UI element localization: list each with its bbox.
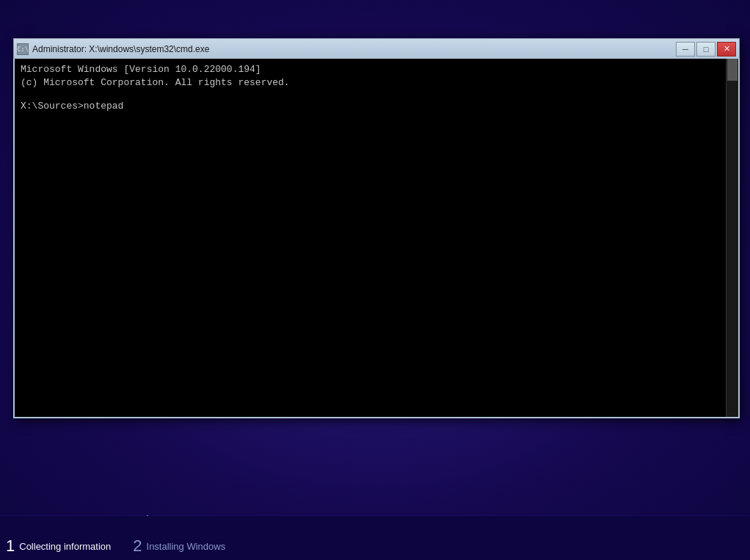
cmd-output: Microsoft Windows [Version 10.0.22000.19… — [21, 63, 732, 114]
step-2-label: Installing Windows — [147, 541, 226, 552]
cmd-window: C:\ Administrator: X:\windows\system32\c… — [13, 38, 740, 418]
step-2: 2 Installing Windows — [133, 538, 225, 554]
window-title: Administrator: X:\windows\system32\cmd.e… — [32, 44, 209, 54]
cmd-line-1: Microsoft Windows [Version 10.0.22000.19… — [21, 63, 732, 76]
window-controls: ─ □ ✕ — [676, 42, 736, 57]
cmd-app-icon: C:\ — [17, 43, 29, 55]
close-button[interactable]: ✕ — [717, 42, 736, 57]
step-1: 1 Collecting information — [6, 538, 111, 554]
minimize-button[interactable]: ─ — [676, 42, 695, 57]
step-2-number: 2 — [133, 538, 142, 554]
cmd-line-2: (c) Microsoft Corporation. All rights re… — [21, 76, 732, 90]
scrollbar[interactable] — [726, 59, 738, 417]
restore-button[interactable]: □ — [696, 42, 716, 57]
step-1-number: 1 — [6, 538, 15, 554]
step-1-label: Collecting information — [19, 541, 111, 552]
scrollbar-thumb[interactable] — [727, 59, 738, 81]
titlebar-left: C:\ Administrator: X:\windows\system32\c… — [17, 43, 209, 55]
taskbar: 1 Collecting information 2 Installing Wi… — [0, 516, 750, 560]
cmd-prompt: X:\Sources>notepad — [21, 100, 732, 113]
cmd-titlebar: C:\ Administrator: X:\windows\system32\c… — [13, 38, 740, 59]
cmd-console-body[interactable]: Microsoft Windows [Version 10.0.22000.19… — [13, 59, 740, 418]
steps-container: 1 Collecting information 2 Installing Wi… — [0, 538, 750, 554]
